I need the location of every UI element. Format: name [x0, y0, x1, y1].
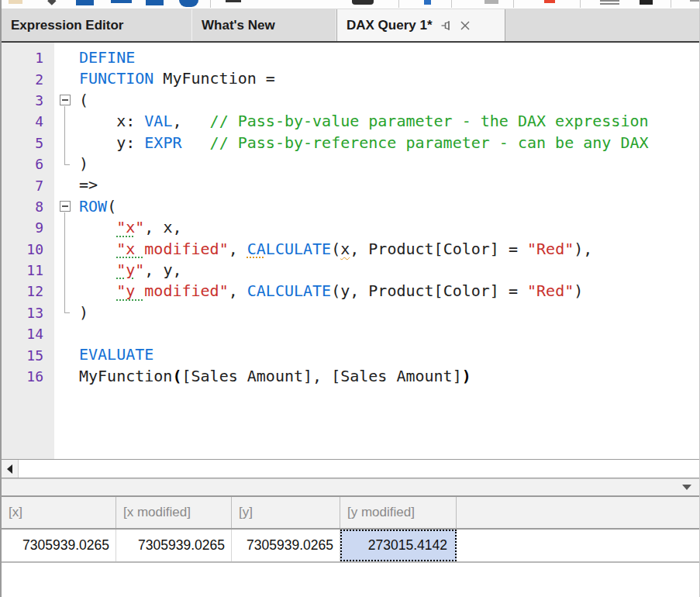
- code-line[interactable]: 13): [2, 302, 699, 323]
- toolbar-fragment[interactable]: [47, 0, 56, 5]
- code-line[interactable]: 7=>: [2, 174, 699, 195]
- code-line[interactable]: 4 x: VAL, // Pass-by-value parameter - t…: [2, 111, 699, 132]
- code-line[interactable]: 15EVALUATE: [2, 344, 699, 365]
- line-number: 9: [2, 219, 54, 236]
- chevron-down-icon[interactable]: [682, 485, 691, 490]
- code-line[interactable]: 14: [2, 323, 699, 344]
- results-grid-header: [x][x modified][y][y modified]: [2, 497, 699, 530]
- code-line[interactable]: 1DEFINE: [2, 47, 699, 68]
- fold-margin: [54, 366, 79, 387]
- line-number: 13: [2, 305, 54, 321]
- code-line[interactable]: 12 "y modified", CALCULATE(y, Product[Co…: [2, 281, 699, 302]
- fold-margin: [54, 68, 79, 89]
- editor-horizontal-scrollbar[interactable]: [2, 459, 699, 478]
- code-line-text: ): [79, 154, 88, 174]
- code-line-text: x: VAL, // Pass-by-value parameter - the…: [79, 111, 649, 132]
- code-line-text: DEFINE: [79, 47, 135, 68]
- code-line[interactable]: 5 y: EXPR // Pass-by-reference parameter…: [2, 133, 699, 154]
- pin-icon[interactable]: [440, 19, 454, 33]
- toolbar-fragment[interactable]: [424, 0, 431, 5]
- toolbar-fragment[interactable]: [226, 0, 241, 2]
- scroll-left-button[interactable]: [2, 460, 19, 478]
- code-line-text: MyFunction([Sales Amount], [Sales Amount…: [79, 366, 471, 387]
- line-number: 6: [2, 156, 54, 172]
- dax-studio-window: Expression Editor What's New DAX Query 1…: [0, 0, 700, 597]
- column-header-filler: [457, 497, 699, 528]
- code-line-text: "y modified", CALCULATE(y, Product[Color…: [79, 281, 583, 302]
- result-cell[interactable]: 7305939.0265: [2, 530, 116, 561]
- line-number: 16: [2, 368, 54, 385]
- line-number: 14: [2, 326, 54, 342]
- code-line-text: "y", y,: [79, 260, 181, 281]
- results-grid-row: 7305939.02657305939.02657305939.02652730…: [2, 530, 699, 563]
- fold-margin: [54, 217, 79, 238]
- line-number: 11: [2, 262, 54, 278]
- fold-margin: [54, 47, 79, 68]
- code-line-text: ROW(: [79, 196, 116, 217]
- fold-margin: [54, 174, 79, 195]
- fold-margin: [54, 260, 79, 281]
- fold-margin: [54, 239, 79, 260]
- column-header[interactable]: [x modified]: [116, 497, 232, 528]
- result-cell[interactable]: 7305939.0265: [116, 530, 232, 561]
- collapse-minus-icon[interactable]: [60, 95, 71, 105]
- code-line-text: y: EXPR // Pass-by-reference parameter -…: [79, 133, 649, 154]
- result-cell[interactable]: 7305939.0265: [232, 530, 340, 561]
- code-line-text: "x modified", CALCULATE(x, Product[Color…: [79, 239, 592, 260]
- fold-margin: [54, 344, 79, 365]
- tab-expression-editor[interactable]: Expression Editor: [2, 9, 192, 41]
- toolbar-fragment[interactable]: [76, 0, 94, 5]
- toolbar-fragment[interactable]: [9, 0, 22, 4]
- column-header[interactable]: [x]: [2, 497, 116, 528]
- code-editor[interactable]: 1DEFINE2FUNCTION MyFunction =3(4 x: VAL,…: [2, 43, 699, 459]
- toolbar-fragment[interactable]: [179, 0, 198, 7]
- column-header[interactable]: [y modified]: [340, 497, 457, 528]
- results-grid: [x][x modified][y][y modified] 7305939.0…: [2, 495, 699, 563]
- fold-toggle[interactable]: [54, 196, 79, 217]
- tab-label: DAX Query 1*: [347, 18, 433, 33]
- code-line-text: =>: [79, 174, 98, 195]
- scroll-left-arrow-icon: [7, 464, 12, 474]
- result-row-filler: [457, 530, 699, 561]
- code-line[interactable]: 9 "x", x,: [2, 217, 699, 238]
- line-number: 10: [2, 241, 54, 257]
- results-splitter[interactable]: [2, 478, 699, 495]
- toolbar-clipped: [2, 0, 699, 9]
- code-line[interactable]: 6): [2, 154, 699, 174]
- toolbar-fragment[interactable]: [640, 0, 653, 5]
- line-number: 5: [2, 135, 54, 151]
- code-line[interactable]: 8ROW(: [2, 196, 699, 217]
- code-line-text: FUNCTION MyFunction =: [79, 68, 275, 89]
- toolbar-fragment[interactable]: [690, 0, 699, 2]
- code-line[interactable]: 16MyFunction([Sales Amount], [Sales Amou…: [2, 366, 699, 387]
- line-number: 2: [2, 71, 54, 88]
- fold-margin: [54, 302, 79, 323]
- collapse-minus-icon[interactable]: [60, 201, 71, 212]
- tab-label: What's New: [202, 18, 275, 33]
- selected-result-cell[interactable]: 273015.4142: [340, 530, 457, 561]
- toolbar-fragment[interactable]: [146, 0, 164, 5]
- fold-margin: [54, 323, 79, 344]
- column-header[interactable]: [y]: [232, 497, 340, 528]
- tab-dax-query-1[interactable]: DAX Query 1*: [336, 9, 505, 41]
- code-lines: 1DEFINE2FUNCTION MyFunction =3(4 x: VAL,…: [2, 43, 699, 387]
- toolbar-fragment[interactable]: [484, 0, 498, 4]
- toolbar-fragment[interactable]: [352, 0, 374, 5]
- scrollbar-track[interactable]: [19, 460, 699, 478]
- code-line-text: (: [79, 90, 88, 111]
- code-line[interactable]: 11 "y", y,: [2, 260, 699, 281]
- code-line[interactable]: 2FUNCTION MyFunction =: [2, 68, 699, 89]
- fold-margin: [54, 133, 79, 154]
- line-number: 8: [2, 198, 54, 215]
- toolbar-fragment[interactable]: [544, 0, 555, 3]
- fold-toggle[interactable]: [54, 90, 79, 111]
- code-line[interactable]: 10 "x modified", CALCULATE(x, Product[Co…: [2, 239, 699, 260]
- line-number: 12: [2, 283, 54, 299]
- tab-whats-new[interactable]: What's New: [192, 9, 336, 41]
- code-line[interactable]: 3(: [2, 90, 699, 111]
- code-line-text: ): [79, 302, 88, 323]
- toolbar-fragment[interactable]: [600, 0, 619, 2]
- line-number: 4: [2, 113, 54, 129]
- toolbar-fragment[interactable]: [111, 0, 132, 3]
- close-icon[interactable]: [459, 19, 471, 32]
